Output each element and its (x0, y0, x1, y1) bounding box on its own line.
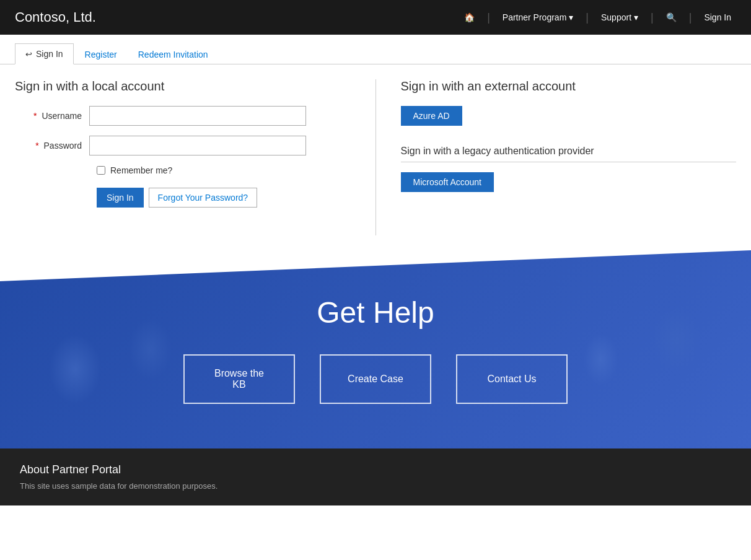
browse-kb-button[interactable]: Browse the KB (183, 354, 295, 404)
remember-me-label: Remember me? (110, 165, 172, 175)
remember-me-row: Remember me? (97, 165, 351, 175)
remember-me-checkbox[interactable] (97, 166, 105, 175)
divider-4: | (682, 11, 700, 24)
get-help-title: Get Help (317, 295, 434, 330)
home-icon: 🏠 (464, 12, 475, 22)
footer: About Partner Portal This site uses samp… (0, 448, 751, 505)
microsoft-account-button[interactable]: Microsoft Account (401, 172, 494, 192)
footer-text: This site uses sample data for demonstra… (20, 481, 731, 491)
nav-items: 🏠 | Partner Program ▾ | Support ▾ | 🔍 | … (459, 11, 736, 24)
signin-icon: ↩ (25, 50, 32, 59)
support-label: Support (601, 12, 631, 22)
forgot-password-button[interactable]: Forgot Your Password? (149, 188, 258, 208)
get-help-overlay (0, 250, 751, 448)
external-account-section: Sign in with an external account Azure A… (376, 79, 737, 235)
username-label: * Username (15, 111, 89, 121)
support-button[interactable]: Support ▾ (596, 12, 643, 22)
password-input[interactable] (89, 136, 306, 155)
main-content: Sign in with a local account * Username … (0, 64, 751, 250)
tabs-area: ↩ Sign In Register Redeem Invitation (0, 35, 751, 64)
create-case-button[interactable]: Create Case (320, 354, 431, 404)
password-required-star: * (35, 141, 38, 151)
local-account-title: Sign in with a local account (15, 79, 351, 94)
signin-nav-label: Sign In (704, 12, 731, 22)
get-help-section: Get Help Browse the KB Create Case Conta… (0, 250, 751, 448)
tab-register[interactable]: Register (75, 45, 127, 64)
username-required-star: * (33, 111, 37, 121)
action-buttons: Sign In Forgot Your Password? (97, 188, 351, 208)
chevron-down-icon-2: ▾ (634, 12, 638, 22)
signin-nav-button[interactable]: Sign In (699, 12, 736, 22)
tab-register-label: Register (85, 50, 117, 59)
tab-signin[interactable]: ↩ Sign In (15, 43, 74, 64)
tab-redeem[interactable]: Redeem Invitation (128, 45, 218, 64)
divider-2: | (578, 11, 596, 24)
top-navigation: Contoso, Ltd. 🏠 | Partner Program ▾ | Su… (0, 0, 751, 35)
divider-1: | (480, 11, 498, 24)
search-icon: 🔍 (666, 12, 677, 22)
partner-program-button[interactable]: Partner Program ▾ (498, 12, 578, 22)
password-row: * Password (15, 136, 351, 155)
username-input[interactable] (89, 106, 306, 126)
tab-redeem-label: Redeem Invitation (138, 50, 208, 59)
divider-3: | (643, 11, 661, 24)
footer-title: About Partner Portal (20, 463, 731, 476)
home-button[interactable]: 🏠 (459, 12, 480, 22)
brand-logo: Contoso, Ltd. (15, 9, 459, 25)
chevron-down-icon: ▾ (569, 12, 573, 22)
local-account-section: Sign in with a local account * Username … (15, 79, 376, 235)
password-label: * Password (15, 141, 89, 151)
signin-button[interactable]: Sign In (97, 188, 144, 208)
legacy-auth-title: Sign in with a legacy authentication pro… (401, 146, 737, 162)
external-account-title: Sign in with an external account (401, 79, 737, 94)
username-row: * Username (15, 106, 351, 126)
azure-ad-button[interactable]: Azure AD (401, 106, 462, 126)
search-button[interactable]: 🔍 (661, 12, 682, 22)
help-buttons: Browse the KB Create Case Contact Us (183, 354, 568, 404)
tab-signin-label: Sign In (36, 49, 63, 59)
partner-program-label: Partner Program (503, 12, 566, 22)
contact-us-button[interactable]: Contact Us (456, 354, 568, 404)
